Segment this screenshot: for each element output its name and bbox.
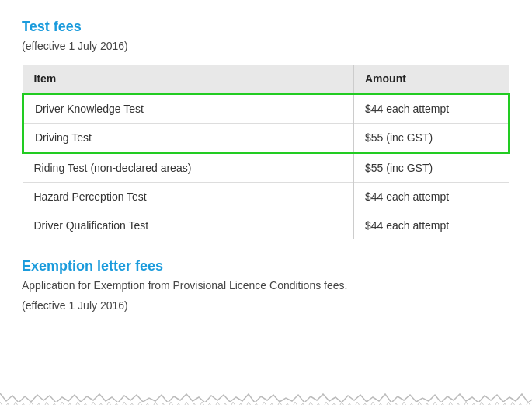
section-title: Test fees — [22, 19, 510, 35]
table-cell-item: Driver Knowledge Test — [23, 94, 354, 124]
table-cell-amount: $55 (inc GST) — [354, 153, 509, 183]
table-row: Driver Knowledge Test$44 each attempt — [23, 94, 509, 124]
exemption-effective-date: (effective 1 July 2016) — [22, 299, 510, 312]
table-cell-amount: $55 (inc GST) — [354, 124, 509, 153]
exemption-description: Application for Exemption from Provision… — [22, 279, 510, 292]
test-fees-effective-date: (effective 1 July 2016) — [22, 40, 510, 52]
col-header-item: Item — [23, 65, 354, 94]
exemption-title: Exemption letter fees — [22, 258, 510, 274]
torn-svg — [0, 393, 532, 405]
table-body: Driver Knowledge Test$44 each attemptDri… — [23, 94, 509, 240]
torn-edge — [0, 393, 532, 405]
table-cell-item: Hazard Perception Test — [23, 183, 354, 211]
table-row: Driving Test$55 (inc GST) — [23, 124, 509, 153]
exemption-section: Exemption letter fees Application for Ex… — [22, 258, 510, 312]
table-cell-item: Driver Qualification Test — [23, 211, 354, 240]
table-row: Riding Test (non-declared areas)$55 (inc… — [23, 153, 509, 183]
table-cell-item: Driving Test — [23, 124, 354, 153]
table-row: Driver Qualification Test$44 each attemp… — [23, 211, 509, 240]
col-header-amount: Amount — [354, 65, 509, 94]
table-cell-amount: $44 each attempt — [354, 183, 509, 211]
fees-table: Item Amount Driver Knowledge Test$44 eac… — [22, 65, 510, 239]
table-row: Hazard Perception Test$44 each attempt — [23, 183, 509, 211]
table-header-row: Item Amount — [23, 65, 509, 94]
table-cell-item: Riding Test (non-declared areas) — [23, 153, 354, 183]
page-container: Test fees (effective 1 July 2016) Item A… — [0, 0, 532, 405]
table-cell-amount: $44 each attempt — [354, 94, 509, 124]
table-cell-amount: $44 each attempt — [354, 211, 509, 240]
